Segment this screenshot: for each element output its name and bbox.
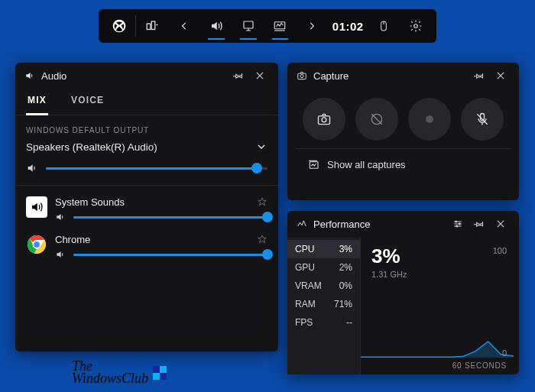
chrome-icon <box>26 234 47 255</box>
svg-point-9 <box>34 241 40 248</box>
svg-rect-2 <box>151 21 155 30</box>
mic-off-button[interactable] <box>461 98 504 141</box>
star-icon[interactable] <box>257 196 268 208</box>
pin-icon[interactable] <box>228 65 249 86</box>
app-volume-row: System Sounds <box>15 186 278 223</box>
app-volume-row: Chrome <box>15 223 278 261</box>
output-section-label: WINDOWS DEFAULT OUTPUT <box>15 115 278 141</box>
performance-chart <box>361 304 514 358</box>
svg-point-18 <box>459 223 460 225</box>
performance-metrics-list: CPU3% GPU2% VRAM0% RAM71% FPS-- <box>287 237 361 374</box>
star-icon[interactable] <box>257 234 268 245</box>
volume-icon <box>55 249 66 260</box>
volume-icon <box>55 212 66 222</box>
audio-panel: Audio MIX VOICE WINDOWS DEFAULT OUTPUT S… <box>15 63 278 352</box>
close-icon[interactable] <box>490 65 511 86</box>
record-button[interactable] <box>408 98 451 141</box>
settings-sliders-icon[interactable] <box>447 213 469 235</box>
xbox-icon[interactable] <box>103 11 135 41</box>
performance-tab-icon[interactable] <box>264 11 297 41</box>
app-name: System Sounds <box>55 196 125 208</box>
widgets-icon[interactable] <box>136 11 168 41</box>
close-icon[interactable] <box>249 65 271 86</box>
selected-metric-value: 3% <box>371 245 507 268</box>
performance-panel: Performance CPU3% GPU2% VRAM0% RAM71% <box>287 211 519 374</box>
svg-rect-3 <box>244 21 253 28</box>
volume-icon <box>24 70 35 81</box>
svg-rect-1 <box>147 24 151 30</box>
audio-tab-icon[interactable] <box>200 11 232 41</box>
svg-point-17 <box>456 221 457 222</box>
show-all-label: Show all captures <box>327 159 406 170</box>
prev-icon[interactable] <box>168 11 200 41</box>
clock-readout: 01:02 <box>328 11 368 41</box>
metric-row-gpu[interactable]: GPU2% <box>287 258 360 277</box>
watermark: The WindowsClub <box>72 361 168 384</box>
capture-tab-icon[interactable] <box>232 11 264 41</box>
gallery-icon <box>307 158 319 170</box>
metric-row-cpu[interactable]: CPU3% <box>287 240 360 258</box>
close-icon[interactable] <box>490 213 511 235</box>
game-bar-toolbar: 01:02 <box>99 9 436 43</box>
svg-point-19 <box>456 225 458 227</box>
record-last-button[interactable] <box>355 98 398 141</box>
metric-row-fps[interactable]: FPS-- <box>287 313 360 332</box>
performance-icon <box>297 219 307 229</box>
pin-icon[interactable] <box>469 65 490 86</box>
svg-point-13 <box>322 118 326 122</box>
tab-voice[interactable]: VOICE <box>70 89 105 115</box>
app-volume-slider[interactable] <box>73 248 268 261</box>
app-volume-slider[interactable] <box>73 211 268 223</box>
master-volume-slider[interactable] <box>46 162 268 174</box>
panel-title: Capture <box>313 70 469 82</box>
volume-icon <box>26 162 38 174</box>
tab-mix[interactable]: MIX <box>26 89 48 115</box>
capture-panel: Capture Show all captures <box>287 63 519 200</box>
speaker-icon <box>26 196 47 218</box>
selected-metric-detail: 1.31 GHz <box>371 270 507 279</box>
app-name: Chrome <box>55 234 90 245</box>
output-device-name: Speakers (Realtek(R) Audio) <box>26 141 157 153</box>
metric-row-vram[interactable]: VRAM0% <box>287 277 360 295</box>
svg-point-11 <box>300 75 303 78</box>
panel-title: Audio <box>41 70 228 82</box>
chart-ymin: 0 <box>502 348 507 358</box>
metric-row-ram[interactable]: RAM71% <box>287 295 360 313</box>
chart-ymax: 100 <box>493 246 507 255</box>
mouse-icon[interactable] <box>368 11 400 41</box>
chevron-down-icon[interactable] <box>255 141 268 153</box>
screenshot-button[interactable] <box>303 98 345 141</box>
panel-title: Performance <box>313 219 447 230</box>
camera-icon <box>297 70 307 81</box>
chart-xlabel: 60 SECONDS <box>452 361 507 370</box>
windows-logo-icon <box>153 366 167 380</box>
next-icon[interactable] <box>296 11 328 41</box>
pin-icon[interactable] <box>469 213 490 235</box>
audio-tabs: MIX VOICE <box>15 89 278 115</box>
show-all-captures-button[interactable]: Show all captures <box>295 148 511 170</box>
gear-icon[interactable] <box>400 11 432 41</box>
svg-point-6 <box>414 24 418 28</box>
